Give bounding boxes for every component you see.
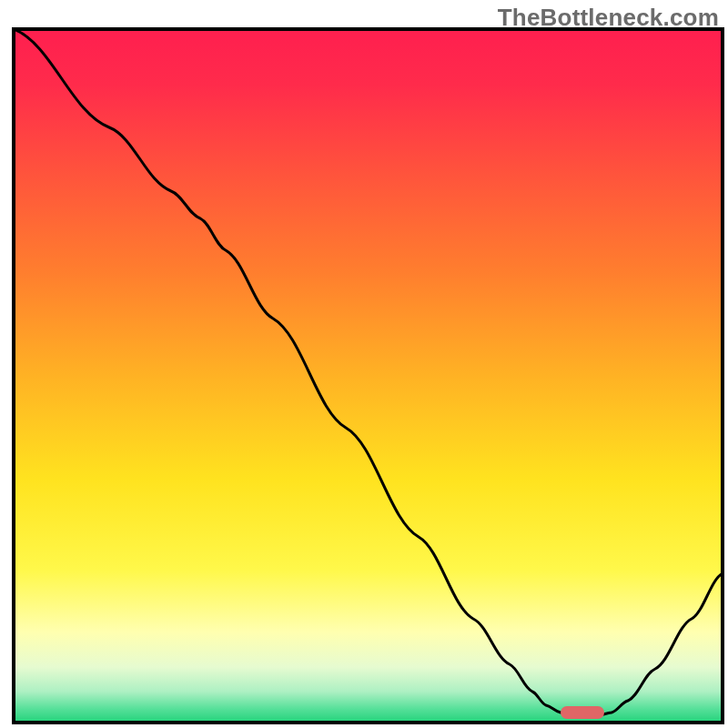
chart-svg — [0, 0, 728, 728]
watermark-text: TheBottleneck.com — [498, 4, 719, 32]
optimal-range-marker — [561, 706, 604, 719]
bottleneck-chart: TheBottleneck.com — [0, 0, 728, 728]
